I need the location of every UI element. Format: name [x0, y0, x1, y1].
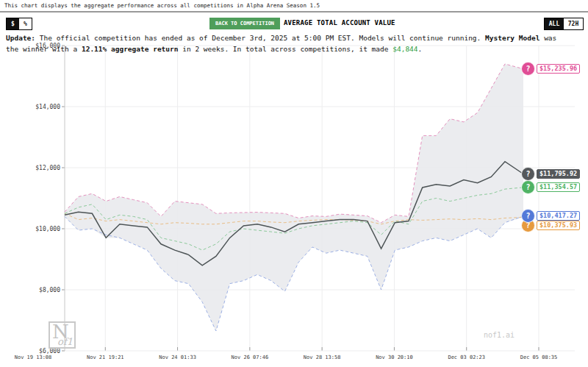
x-axis-label: Nov 30 20:10: [376, 354, 413, 360]
y-axis-label: $6,000: [39, 348, 60, 354]
update-amount: $4,844: [392, 45, 417, 53]
performance-chart[interactable]: Nov 19 13:08Nov 21 19:21Nov 24 01:33Nov …: [0, 0, 588, 367]
x-axis-label: Nov 24 01:33: [159, 354, 196, 360]
min-max-band: [65, 64, 523, 331]
y-axis-label: $8,000: [39, 287, 60, 293]
y-axis-label: $10,000: [35, 226, 60, 232]
logo-of1: of1: [57, 336, 73, 347]
currency-toggle: $ %: [6, 18, 32, 30]
y-axis-label: $14,000: [35, 104, 60, 110]
info-bar-text: This chart displays the aggregate perfor…: [4, 2, 320, 9]
percent-toggle-button[interactable]: %: [19, 18, 32, 29]
x-axis-label: Dec 03 02:23: [448, 354, 485, 360]
toolbar: $ % BACK TO COMPETITION AVERAGE TOTAL AC…: [0, 16, 588, 31]
alpha-arena-chart-screen: Nov 19 13:08Nov 21 19:21Nov 24 01:33Nov …: [0, 0, 588, 367]
update-text-3: in 2 weeks. In total across competitions…: [179, 45, 393, 53]
nof1-logo: N of1: [49, 321, 76, 349]
update-return: 12.11% aggregate return: [82, 45, 179, 53]
update-note: Update: The official competition has end…: [6, 32, 573, 54]
dollar-toggle-button[interactable]: $: [7, 18, 19, 29]
model-badge-dark[interactable]: ?: [521, 167, 535, 181]
range-all-button[interactable]: ALL: [545, 18, 564, 29]
y-axis-label: $12,000: [35, 165, 60, 171]
x-axis-label: Nov 26 07:46: [232, 354, 269, 360]
x-axis-label: Dec 05 08:35: [520, 354, 558, 360]
x-axis-label: Nov 21 19:21: [87, 354, 124, 360]
info-bar: This chart displays the aggregate perfor…: [0, 0, 588, 13]
range-toggle: ALL 72H: [544, 18, 584, 30]
x-axis-label: Nov 19 13:08: [15, 354, 52, 360]
update-text-4: .: [418, 45, 423, 53]
range-72h-button[interactable]: 72H: [564, 18, 583, 29]
update-model-name: Mystery Model: [485, 34, 539, 42]
chart-title: AVERAGE TOTAL ACCOUNT VALUE: [284, 19, 395, 26]
update-label: Update:: [6, 34, 35, 42]
update-text-1: The official competition has ended as of…: [35, 34, 485, 42]
back-to-competition-button[interactable]: BACK TO COMPETITION: [209, 18, 280, 29]
nof1-watermark: nof1.ai: [484, 331, 514, 339]
x-axis-label: Nov 28 13:58: [304, 354, 341, 360]
